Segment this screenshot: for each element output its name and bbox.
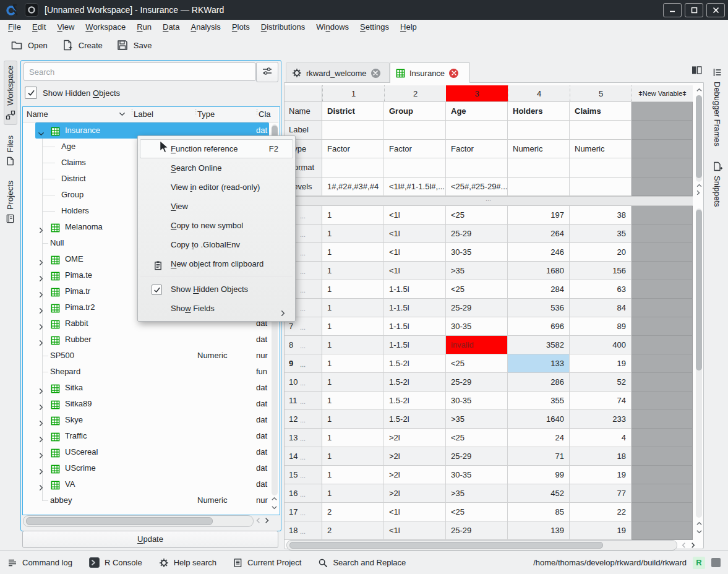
new-variable-cell[interactable] [632, 158, 693, 177]
sort-indicator-icon[interactable] [119, 108, 126, 122]
data-cell[interactable]: 696 [508, 317, 570, 336]
tree-item-sitka89[interactable]: Sitka89dat [23, 396, 270, 412]
tree-item-rubber[interactable]: Rubberdat [23, 332, 270, 348]
data-cell[interactable]: 25-29 [446, 521, 508, 540]
column-header-1[interactable]: 1 [322, 85, 384, 102]
new-variable-cell[interactable] [632, 102, 693, 121]
data-cell[interactable]: 1-1.5l [384, 336, 446, 354]
data-cell[interactable]: 38 [570, 206, 632, 225]
meta-cell[interactable] [446, 121, 508, 139]
side-tab-debugger-frames[interactable]: Debugger Frames [711, 63, 724, 151]
data-cell[interactable]: >35 [446, 484, 508, 503]
data-cell[interactable]: 2 [322, 521, 384, 540]
new-variable-cell[interactable] [632, 373, 693, 392]
data-cell[interactable]: 233 [570, 410, 632, 429]
data-cell[interactable]: >2l [384, 447, 446, 466]
minimize-button[interactable] [663, 3, 682, 17]
row-resize-handle[interactable]: ⋯ [285, 487, 322, 503]
data-cell[interactable]: 1 [322, 410, 384, 429]
tree-item-traffic[interactable]: Trafficdat [23, 428, 270, 444]
meta-cell[interactable]: Factor [384, 140, 446, 158]
side-tab-projects[interactable]: Projects [4, 176, 16, 228]
statusbar-current-project[interactable]: Current Project [233, 558, 301, 568]
data-cell[interactable]: 18 [570, 447, 632, 466]
new-variable-cell[interactable] [632, 447, 693, 466]
meta-scroll-up-icon[interactable] [696, 87, 703, 93]
row-resize-handle[interactable]: ⋯ [285, 357, 322, 373]
data-cell[interactable]: 1680 [508, 262, 570, 280]
data-cell[interactable]: 84 [570, 299, 632, 317]
data-cell[interactable]: 1 [322, 484, 384, 503]
data-cell[interactable]: <1l [384, 262, 446, 280]
data-cell[interactable]: >35 [446, 410, 508, 429]
row-header-18[interactable]: 18⋯ [285, 521, 322, 540]
meta-cell[interactable]: Age [446, 102, 508, 121]
meta-scroll-up2-icon[interactable] [696, 182, 703, 189]
meta-cell[interactable] [570, 121, 632, 139]
data-cell[interactable]: 1-1.5l [384, 317, 446, 336]
new-variable-cell[interactable] [632, 429, 693, 447]
new-variable-cell[interactable] [632, 280, 693, 299]
menu-plots[interactable]: Plots [226, 20, 255, 35]
statusbar-search-and-replace[interactable]: Search and Replace [318, 558, 406, 568]
new-variable-cell[interactable] [632, 178, 693, 196]
row-resize-handle[interactable]: ⋯ [285, 394, 322, 410]
row-resize-handle[interactable]: ⋯ [285, 375, 322, 392]
meta-cell[interactable]: <25#,#25-29#... [446, 178, 508, 196]
side-tab-files[interactable]: Files [4, 131, 16, 170]
data-cell[interactable]: <25 [446, 354, 508, 373]
data-cell[interactable]: <1l [384, 206, 446, 225]
data-cell[interactable]: 19 [570, 521, 632, 540]
data-cell[interactable]: 1.5-2l [384, 354, 446, 373]
menu-data[interactable]: Data [157, 20, 185, 35]
data-cell[interactable]: 25-29 [446, 225, 508, 243]
context-menu-item-view[interactable]: View [140, 197, 293, 216]
meta-scroll-down-icon[interactable] [696, 189, 703, 195]
data-cell[interactable]: >2l [384, 466, 446, 484]
data-cell[interactable]: 1 [322, 447, 384, 466]
selected-data-cell[interactable]: 133 [508, 354, 570, 373]
meta-cell[interactable] [570, 178, 632, 196]
row-resize-handle[interactable]: ⋯ [285, 505, 322, 521]
data-cell[interactable]: 77 [570, 484, 632, 503]
data-cell[interactable]: 1-1.5l [384, 280, 446, 299]
menu-analysis[interactable]: Analysis [185, 20, 226, 35]
context-menu-item-show-hidden-objects[interactable]: Show Hidden Objects [140, 280, 293, 299]
editor-scroll-right-icon[interactable] [690, 542, 696, 549]
side-tab-snippets[interactable]: Snippets [711, 157, 724, 212]
search-input[interactable] [24, 62, 256, 81]
new-variable-cell[interactable] [632, 410, 693, 429]
tree-item-va[interactable]: VAdat [23, 476, 270, 492]
editor-horizontal-scrollbar[interactable] [286, 540, 677, 550]
tab-close-icon[interactable] [371, 69, 380, 78]
menu-settings[interactable]: Settings [354, 20, 395, 35]
data-cell[interactable]: 20 [570, 243, 632, 262]
data-cell[interactable]: <25 [446, 280, 508, 299]
tree-header-name[interactable]: Name [27, 107, 48, 122]
split-view-icon[interactable] [692, 66, 702, 77]
column-header-ǂNew Variableǂ[interactable]: ǂNew Variableǂ [632, 85, 693, 102]
data-cell[interactable]: >2l [384, 484, 446, 503]
filter-options-button[interactable] [256, 62, 278, 82]
data-cell[interactable]: <1l [384, 243, 446, 262]
new-variable-cell[interactable] [632, 336, 693, 354]
new-variable-cell[interactable] [632, 225, 693, 243]
new-variable-cell[interactable] [632, 140, 693, 158]
side-tab-workspace[interactable]: Workspace [4, 61, 17, 125]
menu-distributions[interactable]: Distributions [255, 20, 311, 35]
data-cell[interactable]: 30-35 [446, 317, 508, 336]
new-variable-cell[interactable] [632, 354, 693, 373]
save-button[interactable]: Save [109, 36, 159, 54]
data-cell[interactable]: <25 [446, 206, 508, 225]
menu-run[interactable]: Run [131, 20, 157, 35]
meta-cell[interactable]: Holders [508, 102, 570, 121]
tree-item-uscereal[interactable]: UScerealdat [23, 444, 270, 460]
data-cell[interactable]: 85 [508, 503, 570, 521]
context-menu-item-copy-to-new-symbol[interactable]: Copy to new symbol [140, 216, 293, 235]
data-cell[interactable]: <25 [446, 429, 508, 447]
tree-header-label[interactable]: Label [134, 107, 153, 122]
meta-cell[interactable] [508, 178, 570, 196]
new-variable-cell[interactable] [632, 317, 693, 336]
data-cell[interactable]: 1 [322, 392, 384, 410]
row-resize-handle[interactable]: ⋯ [285, 450, 322, 466]
